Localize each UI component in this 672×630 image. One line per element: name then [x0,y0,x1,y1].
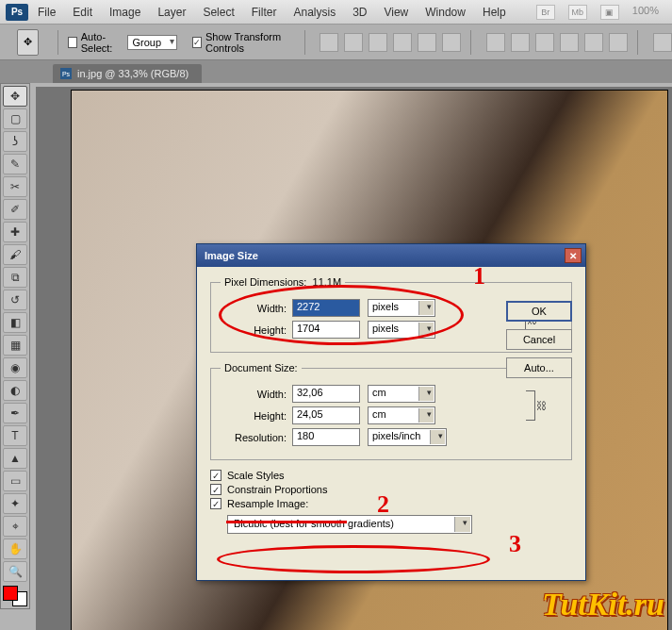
eyedropper-tool[interactable]: ✐ [3,199,27,220]
menu-file[interactable]: File [38,6,56,19]
move-tool-preset-icon[interactable]: ✥ [17,29,39,56]
menu-window[interactable]: Window [425,6,466,19]
brush-tool[interactable]: 🖌 [3,244,27,265]
scale-styles-checkbox[interactable]: ✓ [210,470,221,481]
menu-3d[interactable]: 3D [352,6,367,19]
doc-resolution-unit-dropdown[interactable]: pixels/inch [368,428,447,446]
dialog-title-label: Image Size [205,250,258,261]
quick-select-tool[interactable]: ✎ [3,154,27,174]
blur-tool[interactable]: ◉ [3,357,27,378]
dist-1-icon[interactable] [486,33,505,52]
align-vcenter-icon[interactable] [344,33,363,52]
history-brush-tool[interactable]: ↺ [3,290,27,310]
eraser-tool[interactable]: ◧ [3,312,27,333]
pixel-dimensions-label: Pixel Dimensions: [224,276,306,288]
align-right-icon[interactable] [442,33,461,52]
3d-camera-tool[interactable]: ⌖ [3,516,27,537]
doc-type-icon: Ps [60,68,72,79]
menu-filter[interactable]: Filter [252,6,277,19]
pixel-width-unit-dropdown[interactable]: pixels [368,299,435,317]
dist-2-icon[interactable] [511,33,530,52]
constrain-proportions-label: Constrain Proportions [227,484,327,495]
dialog-titlebar[interactable]: Image Size ✕ [197,244,585,267]
doc-height-input[interactable]: 24,05 [292,406,360,424]
autoselect-checkbox[interactable] [68,37,77,48]
foreground-color[interactable] [3,586,18,601]
app-logo: Ps [6,4,28,21]
close-icon[interactable]: ✕ [565,248,582,263]
healing-tool[interactable]: ✚ [3,222,27,242]
menu-select[interactable]: Select [203,6,234,19]
menu-view[interactable]: View [384,6,408,19]
dist-5-icon[interactable] [584,33,603,52]
pen-tool[interactable]: ✒ [3,403,27,423]
pixel-width-label: Width: [221,303,287,314]
document-tab-label: in.jpg @ 33,3% (RGB/8) [77,68,188,79]
dist-6-icon[interactable] [609,33,628,52]
move-tool[interactable]: ✥ [3,86,27,107]
dist-4-icon[interactable] [560,33,579,52]
auto-button[interactable]: Auto... [506,357,572,378]
show-transform-checkbox[interactable]: ✓ [192,37,202,48]
auto-align-icon[interactable] [653,33,672,52]
crop-tool[interactable]: ✂ [3,176,27,197]
type-tool[interactable]: T [3,425,27,446]
options-bar: ✥ Auto-Select: Group ✓ Show Transform Co… [0,25,672,60]
mini-bridge-icon[interactable]: Mb [568,5,587,20]
autoselect-dropdown[interactable]: Group [127,35,177,50]
lasso-tool[interactable]: ʖ [3,131,27,152]
pixel-width-input[interactable]: 2272 [292,299,360,317]
menu-analysis[interactable]: Analysis [293,6,336,19]
menu-edit[interactable]: Edit [73,6,92,19]
resample-image-checkbox[interactable]: ✓ [210,498,221,509]
pixel-dimensions-size: 11,1M [313,276,342,288]
doc-width-unit-dropdown[interactable]: cm [368,385,435,403]
pixel-height-label: Height: [221,324,287,336]
resample-image-label: Resample Image: [227,498,308,509]
menu-image[interactable]: Image [109,6,140,19]
image-size-dialog: Image Size ✕ Pixel Dimensions: 11,1M Wid… [196,243,586,581]
document-size-label: Document Size: [221,362,302,373]
color-swatch[interactable] [3,586,27,606]
menu-help[interactable]: Help [483,6,506,19]
dodge-tool[interactable]: ◐ [3,380,27,401]
stamp-tool[interactable]: ⧉ [3,267,27,288]
doc-resolution-label: Resolution: [221,432,287,443]
resample-method-dropdown[interactable]: Bicubic (best for smooth gradients) [227,515,472,534]
gradient-tool[interactable]: ▦ [3,335,27,356]
doc-height-label: Height: [221,410,287,422]
show-transform-label: Show Transform Controls [205,31,295,54]
constrain-proportions-checkbox[interactable]: ✓ [210,484,221,495]
align-bottom-icon[interactable] [369,33,387,52]
cancel-button[interactable]: Cancel [506,329,572,350]
autoselect-label: Auto-Select: [81,31,124,54]
ok-button[interactable]: OK [506,301,572,322]
align-distribute-buttons [320,33,461,52]
doc-resolution-input[interactable]: 180 [292,428,360,446]
screen-mode-icon[interactable]: ▣ [600,5,619,20]
doc-link-icon[interactable]: ⛓ [536,400,547,411]
menu-bar: Ps File Edit Image Layer Select Filter A… [0,0,672,25]
doc-height-unit-dropdown[interactable]: cm [368,406,435,424]
zoom-tool[interactable]: 🔍 [3,561,27,582]
document-tab-strip: Ps in.jpg @ 33,3% (RGB/8) [0,60,672,83]
shape-tool[interactable]: ▭ [3,471,27,491]
3d-tool[interactable]: ✦ [3,493,27,514]
align-top-icon[interactable] [320,33,338,52]
marquee-tool[interactable]: ▢ [3,108,27,129]
dist-3-icon[interactable] [535,33,554,52]
path-select-tool[interactable]: ▲ [3,448,27,469]
zoom-level-display: 100% [632,5,659,20]
align-left-icon[interactable] [393,33,412,52]
hand-tool[interactable]: ✋ [3,539,27,559]
doc-width-label: Width: [221,389,287,400]
pixel-height-input[interactable]: 1704 [292,321,360,339]
align-hcenter-icon[interactable] [418,33,436,52]
menu-layer[interactable]: Layer [157,6,186,19]
launch-bridge-icon[interactable]: Br [536,5,555,20]
document-tab[interactable]: Ps in.jpg @ 33,3% (RGB/8) [53,64,202,83]
doc-width-input[interactable]: 32,06 [292,385,360,403]
toolbox: ✥ ▢ ʖ ✎ ✂ ✐ ✚ 🖌 ⧉ ↺ ◧ ▦ ◉ ◐ ✒ T ▲ ▭ ✦ ⌖ … [0,83,30,609]
pixel-height-unit-dropdown[interactable]: pixels [368,321,435,339]
scale-styles-label: Scale Styles [227,470,285,481]
